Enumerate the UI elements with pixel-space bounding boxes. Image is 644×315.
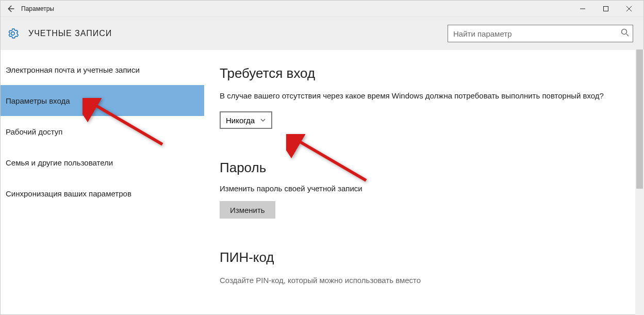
password-heading: Пароль xyxy=(220,160,628,176)
require-signin-select[interactable]: Никогда xyxy=(220,111,272,129)
sidebar-item-email-accounts[interactable]: Электронная почта и учетные записи xyxy=(1,54,204,85)
settings-window: Параметры УЧЕТНЫЕ ЗАПИСИ Электронная поч… xyxy=(0,0,644,315)
body: Электронная почта и учетные записи Парам… xyxy=(1,50,643,314)
sidebar-item-family-users[interactable]: Семья и другие пользователи xyxy=(1,147,204,178)
sidebar: Электронная почта и учетные записи Парам… xyxy=(1,50,204,314)
category-title: УЧЕТНЫЕ ЗАПИСИ xyxy=(28,29,448,38)
window-title: Параметры xyxy=(21,5,571,12)
password-desc: Изменить пароль своей учетной записи xyxy=(220,184,628,193)
signin-desc: В случае вашего отсутствия через какое в… xyxy=(220,90,612,102)
search-wrap xyxy=(448,25,633,42)
back-button[interactable] xyxy=(4,2,17,15)
change-password-button[interactable]: Изменить xyxy=(220,201,275,219)
header: УЧЕТНЫЕ ЗАПИСИ xyxy=(1,17,643,50)
search-input[interactable] xyxy=(448,25,633,42)
select-value: Никогда xyxy=(226,116,255,125)
pin-desc: Создайте PIN-код, который можно использо… xyxy=(220,276,628,285)
chevron-down-icon xyxy=(260,116,266,125)
sidebar-item-work-access[interactable]: Рабочий доступ xyxy=(1,116,204,147)
close-button[interactable] xyxy=(617,1,640,16)
minimize-button[interactable] xyxy=(571,1,594,16)
pin-heading: ПИН-код xyxy=(220,250,628,266)
sidebar-item-signin-options[interactable]: Параметры входа xyxy=(1,85,204,116)
signin-heading: Требуется вход xyxy=(220,65,628,81)
gear-icon xyxy=(6,26,20,41)
scrollbar[interactable] xyxy=(635,49,644,315)
sidebar-item-sync-settings[interactable]: Синхронизация ваших параметров xyxy=(1,178,204,209)
maximize-button[interactable] xyxy=(594,1,617,16)
scrollbar-thumb[interactable] xyxy=(636,49,643,189)
window-controls xyxy=(571,1,640,16)
svg-rect-1 xyxy=(603,6,608,11)
main-panel: Требуется вход В случае вашего отсутстви… xyxy=(204,50,643,314)
titlebar: Параметры xyxy=(1,1,643,17)
